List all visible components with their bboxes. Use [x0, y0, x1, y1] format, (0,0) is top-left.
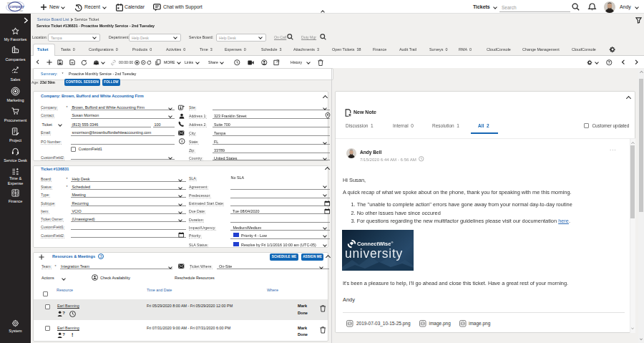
svg-text:?: ?: [62, 311, 65, 315]
svg-text:company: company: [10, 5, 25, 9]
svg-text:logo: logo: [19, 9, 23, 12]
svg-text:?: ?: [62, 332, 65, 337]
svg-text:your: your: [7, 1, 11, 4]
svg-text:?: ?: [608, 60, 611, 64]
